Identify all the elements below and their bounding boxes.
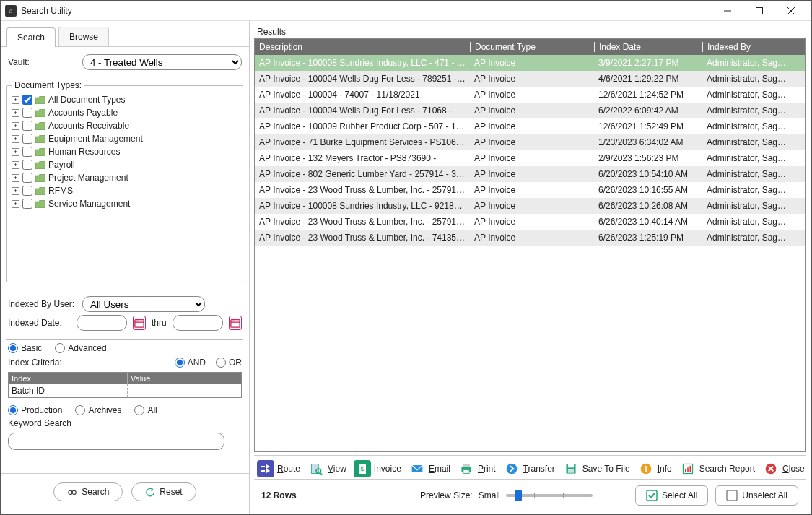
check-icon xyxy=(646,490,658,501)
print-button[interactable]: Print xyxy=(458,460,496,477)
col-indexed-by[interactable]: Indexed By xyxy=(702,42,795,52)
table-row[interactable]: AP Invoice - 100009 Rubber Product Corp … xyxy=(255,118,805,134)
keyword-label: Keyword Search xyxy=(1,417,249,430)
scope-all[interactable]: All xyxy=(134,405,157,415)
cell-description: AP Invoice - 71 Burke Equipment Services… xyxy=(255,137,470,147)
maximize-button[interactable] xyxy=(743,1,775,21)
tree-expander[interactable]: + xyxy=(12,174,19,182)
cell-index-date: 12/6/2021 1:24:52 PM xyxy=(594,90,702,100)
svg-rect-4 xyxy=(135,320,144,328)
table-row[interactable]: AP Invoice - 23 Wood Truss & Lumber, Inc… xyxy=(255,230,805,246)
table-row[interactable]: AP Invoice - 71 Burke Equipment Services… xyxy=(255,134,805,150)
tree-expander[interactable]: + xyxy=(12,148,19,156)
tree-expander[interactable]: + xyxy=(12,200,19,208)
tree-expander[interactable]: + xyxy=(12,187,19,195)
save-to-file-button[interactable]: Save To File xyxy=(562,460,630,477)
cell-description: AP Invoice - 23 Wood Truss & Lumber, Inc… xyxy=(255,217,470,227)
doctype-checkbox[interactable] xyxy=(22,147,32,157)
doctype-checkbox[interactable] xyxy=(22,134,32,144)
keyword-input[interactable] xyxy=(8,433,224,450)
minimize-button[interactable] xyxy=(712,1,743,21)
doctype-item[interactable]: + All Document Types xyxy=(12,93,238,106)
search-button[interactable]: Search xyxy=(53,482,123,501)
info-button[interactable]: iInfo xyxy=(637,460,672,477)
close-results-button[interactable]: Close xyxy=(762,460,805,477)
row-count: 12 Rows xyxy=(261,490,406,501)
date-from-picker-button[interactable] xyxy=(133,316,146,330)
tree-expander[interactable]: + xyxy=(12,109,19,117)
search-report-button[interactable]: Search Report xyxy=(679,460,755,477)
cell-indexed-by: Administrator, Sage Pa... xyxy=(702,105,795,116)
table-row[interactable]: AP Invoice - 23 Wood Truss & Lumber, Inc… xyxy=(255,182,805,198)
doctype-checkbox[interactable] xyxy=(22,186,32,196)
table-row[interactable]: AP Invoice - 23 Wood Truss & Lumber, Inc… xyxy=(255,214,805,230)
tree-expander[interactable]: + xyxy=(12,122,19,130)
select-all-button[interactable]: Select All xyxy=(635,485,708,506)
folder-icon xyxy=(35,200,45,208)
svg-rect-23 xyxy=(463,470,469,474)
criteria-or[interactable]: OR xyxy=(216,358,242,368)
tree-expander[interactable]: + xyxy=(12,161,19,169)
table-row[interactable]: AP Invoice - 100008 Sundries Industry, L… xyxy=(255,198,805,214)
table-row[interactable]: AP Invoice - 100004 - 74007 - 11/18/2021… xyxy=(255,87,805,103)
email-button[interactable]: Email xyxy=(409,460,450,477)
col-index-date[interactable]: Index Date xyxy=(594,42,702,52)
indexed-date-to[interactable] xyxy=(173,315,223,331)
col-document-type[interactable]: Document Type xyxy=(470,42,594,52)
table-row[interactable]: AP Invoice - 100008 Sundries Industry, L… xyxy=(255,55,805,71)
doctype-item[interactable]: + Accounts Receivable xyxy=(12,119,238,132)
criteria-table[interactable]: Index Value Batch ID xyxy=(8,372,242,398)
table-row[interactable]: AP Invoice - 802 Generic Lumber Yard - 2… xyxy=(255,166,805,182)
date-to-picker-button[interactable] xyxy=(229,316,242,330)
tree-expander[interactable]: + xyxy=(12,135,19,143)
table-row[interactable]: AP Invoice - 132 Meyers Tractor - PS8736… xyxy=(255,150,805,166)
criteria-row-value[interactable] xyxy=(128,384,241,397)
col-description[interactable]: Description xyxy=(255,42,470,52)
tab-search[interactable]: Search xyxy=(6,27,56,47)
cell-indexed-by: Administrator, Sage Pa... xyxy=(702,121,795,131)
mode-basic[interactable]: Basic xyxy=(8,343,42,353)
route-button[interactable]: Route xyxy=(257,460,300,477)
cell-indexed-by: Administrator, Sage Pa... xyxy=(702,137,795,147)
scope-production[interactable]: Production xyxy=(8,405,62,415)
vault-select[interactable]: 4 - Treated Wells xyxy=(82,54,242,70)
doctype-item[interactable]: + Human Resources xyxy=(12,145,238,158)
tree-expander[interactable]: + xyxy=(12,96,19,104)
results-header[interactable]: Description Document Type Index Date Ind… xyxy=(255,39,805,55)
view-button[interactable]: View xyxy=(307,460,346,477)
unselect-all-button[interactable]: Unselect All xyxy=(715,485,798,506)
tab-browse[interactable]: Browse xyxy=(58,27,109,46)
doctype-checkbox[interactable] xyxy=(22,173,32,183)
cell-description: AP Invoice - 100008 Sundries Industry, L… xyxy=(255,58,470,68)
reset-button[interactable]: Reset xyxy=(131,482,196,501)
indexed-by-select[interactable]: All Users xyxy=(82,296,205,312)
criteria-and[interactable]: AND xyxy=(175,358,206,368)
doctype-checkbox[interactable] xyxy=(22,160,32,170)
doctype-item[interactable]: + RFMS xyxy=(12,184,238,197)
vault-label: Vault: xyxy=(8,57,77,67)
doctype-checkbox[interactable] xyxy=(22,121,32,131)
doctype-item[interactable]: + Project Management xyxy=(12,171,238,184)
scope-archives[interactable]: Archives xyxy=(75,405,121,415)
preview-size-slider[interactable] xyxy=(506,494,593,497)
cell-index-date: 6/20/2023 10:54:10 AM xyxy=(594,169,702,179)
transfer-button[interactable]: Transfer xyxy=(503,460,555,477)
mode-advanced[interactable]: Advanced xyxy=(55,343,106,353)
invoice-button[interactable]: $Invoice xyxy=(354,460,401,477)
criteria-row-index[interactable]: Batch ID xyxy=(9,384,128,397)
slider-thumb[interactable] xyxy=(515,490,522,501)
doctype-item[interactable]: + Payroll xyxy=(12,158,238,171)
indexed-date-from[interactable] xyxy=(77,315,127,331)
doctype-item[interactable]: + Service Management xyxy=(12,197,238,210)
doctype-checkbox[interactable] xyxy=(22,199,32,209)
doctype-item[interactable]: + Accounts Payable xyxy=(12,106,238,119)
doctype-checkbox[interactable] xyxy=(22,108,32,118)
preview-size-value: Small xyxy=(479,490,500,501)
doctype-item[interactable]: + Equipment Management xyxy=(12,132,238,145)
cell-index-date: 4/6/2021 1:29:22 PM xyxy=(594,74,702,84)
close-button[interactable] xyxy=(775,1,807,21)
cell-description: AP Invoice - 23 Wood Truss & Lumber, Inc… xyxy=(255,233,470,243)
table-row[interactable]: AP Invoice - 100004 Wells Dug For Less -… xyxy=(255,71,805,87)
table-row[interactable]: AP Invoice - 100004 Wells Dug For Less -… xyxy=(255,103,805,118)
doctype-checkbox[interactable] xyxy=(22,95,32,105)
